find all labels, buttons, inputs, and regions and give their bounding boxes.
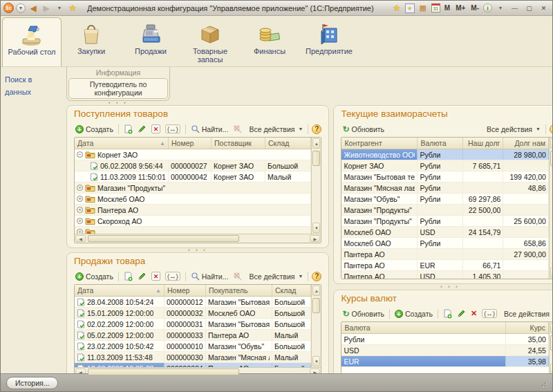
main-menu-button[interactable]: ▼ <box>16 3 26 13</box>
table-row[interactable]: 28.04.2008 10:54:24000000012Магазин "Быт… <box>75 297 311 308</box>
table-row[interactable]: Магазин "Обувь"Рубли69 297,86 <box>341 194 549 205</box>
table-cell[interactable]: Магазин "Мясная ла... <box>206 352 272 362</box>
table-cell[interactable] <box>503 194 549 204</box>
table-cell[interactable]: 22 500,00 <box>463 205 503 215</box>
table-cell[interactable]: Москлеб ОАО <box>341 238 418 248</box>
help-button[interactable]: ? <box>550 124 553 134</box>
section-desktop[interactable]: Рабочий стол <box>2 17 62 66</box>
table-cell[interactable]: Рубли <box>418 238 463 248</box>
section-enterprise[interactable]: Предприятие <box>299 17 359 66</box>
column-header[interactable]: Дата▲ <box>75 138 169 149</box>
table-row[interactable]: 11.03.2009 11:53:48000000030Магазин "Мяс… <box>75 352 311 363</box>
table-cell[interactable]: Магазин "Обувь" <box>206 341 272 351</box>
table-row[interactable]: Корнет ЗАОРубли7 685,71 <box>341 160 549 171</box>
table-cell[interactable]: Малый <box>272 330 311 340</box>
table-cell[interactable]: 25 600,00 <box>503 216 549 226</box>
table-cell[interactable]: USD <box>341 345 506 355</box>
scroll-thumb[interactable] <box>312 151 320 166</box>
table-row[interactable]: +Магазин "Продукты" <box>75 183 311 194</box>
table-cell[interactable] <box>463 216 503 226</box>
column-header[interactable]: Номер <box>169 138 212 149</box>
edit-button[interactable] <box>136 271 148 281</box>
table-row[interactable]: 15.01.2009 12:00:00000000032Москлеб ОАОБ… <box>75 308 311 319</box>
table-cell[interactable]: Корнет ЗАО <box>212 160 265 171</box>
table-row[interactable]: Пантера АОUSD1 405,30 <box>341 271 549 279</box>
table-cell[interactable] <box>503 260 549 270</box>
table-row[interactable]: −Корнет ЗАО <box>75 149 311 160</box>
copy-button[interactable] <box>122 124 134 135</box>
scroll-up-icon[interactable]: ▲ <box>312 138 320 149</box>
table-cell[interactable]: Магазин "Продукты" <box>341 205 418 215</box>
table-row[interactable]: Москлеб ОАОUSD24 154,79 <box>341 227 549 238</box>
find-button[interactable]: Найти... <box>189 124 230 134</box>
expand-icon[interactable]: + <box>77 207 83 213</box>
scroll-up-icon[interactable]: ▲ <box>550 323 553 333</box>
table-cell[interactable]: Большой <box>272 319 311 329</box>
info-button[interactable]: i <box>483 3 492 12</box>
table-cell[interactable]: 27 900,00 <box>503 249 549 259</box>
table-cell[interactable]: Большой <box>272 297 311 307</box>
table-row[interactable]: 06.02.2008 9:56:44000000027Корнет ЗАОБол… <box>75 160 311 171</box>
table-cell[interactable]: 35,00 <box>506 334 549 344</box>
table-row[interactable]: 05.02.2009 12:00:00000000033Пантера АОМа… <box>75 330 311 341</box>
section-finance[interactable]: Финансы <box>240 17 299 66</box>
find-button[interactable]: Найти... <box>189 271 230 281</box>
column-header[interactable]: Склад <box>265 138 311 149</box>
column-header[interactable]: Номер <box>165 285 206 296</box>
table-cell[interactable] <box>503 227 549 237</box>
scroll-track[interactable] <box>550 334 553 363</box>
memory-plus-button[interactable]: M+ <box>454 4 467 12</box>
table-row[interactable]: +Скороход АО <box>75 216 311 227</box>
table-cell[interactable]: 000000010 <box>165 341 206 351</box>
table-cell[interactable]: Рубли <box>418 183 463 193</box>
table-cell[interactable]: 11.03.2009 11:50:01 <box>75 171 169 182</box>
table-cell[interactable]: Магазин "Мясная лавка" <box>341 183 418 193</box>
set-interval-button[interactable]: (↔) <box>164 124 182 134</box>
table-cell[interactable]: EUR <box>341 356 506 366</box>
memory-minus-button[interactable]: M- <box>469 4 480 12</box>
table-cell[interactable]: Корнет ЗАО <box>341 160 418 171</box>
1c-logo-icon[interactable]: 1с <box>3 3 14 13</box>
tab-information[interactable]: Информация <box>68 68 168 78</box>
table-cell[interactable]: USD <box>418 271 463 279</box>
table-cell[interactable]: 06.02.2008 9:56:44 <box>75 160 169 171</box>
table-cell[interactable] <box>418 205 463 215</box>
forward-button[interactable]: ▶ <box>41 3 52 14</box>
table-row[interactable]: Москлеб ОАОРубли658,86 <box>341 238 549 249</box>
table-cell[interactable] <box>418 249 463 259</box>
scroll-left-icon[interactable]: ◀ <box>75 235 86 242</box>
scroll-track[interactable] <box>312 297 321 355</box>
table-cell[interactable]: 23.02.2009 10:50:42 <box>75 341 165 351</box>
table-cell[interactable]: Москлеб ОАО <box>341 227 418 237</box>
all-actions-button[interactable]: Все действия▼ <box>247 272 304 281</box>
column-header[interactable]: Поставщик <box>212 138 265 149</box>
scroll-track[interactable] <box>550 149 553 267</box>
scroll-thumb[interactable] <box>312 298 320 313</box>
table-cell[interactable]: 000000030 <box>165 352 206 362</box>
scroll-thumb[interactable] <box>88 235 239 242</box>
info-dropdown-caret-icon[interactable]: ▼ <box>495 3 506 14</box>
table-row[interactable]: Магазин "Продукты"Рубли25 600,00 <box>341 216 549 227</box>
table-cell[interactable]: Большой <box>272 308 311 318</box>
table-cell[interactable]: Пантера АО <box>341 260 418 270</box>
scroll-down-icon[interactable]: ▼ <box>550 364 553 374</box>
favorites-list-icon[interactable]: ★ <box>405 3 415 13</box>
table-row[interactable]: 11.03.2009 11:50:01000000042Корнет ЗАОМа… <box>75 171 311 183</box>
table-row[interactable]: + <box>75 227 311 234</box>
table-cell[interactable]: Малый <box>265 171 311 182</box>
all-actions-button[interactable]: Все действия▼ <box>247 124 304 134</box>
table-row[interactable]: +Пантера АО <box>75 205 311 216</box>
table-row[interactable]: USD24,55 <box>341 345 549 356</box>
table-cell[interactable] <box>463 249 503 259</box>
table-cell[interactable]: Пантера АО <box>341 271 418 279</box>
maximize-button[interactable]: ▢ <box>523 3 535 13</box>
vertical-scrollbar[interactable]: ▲▼ <box>311 138 321 234</box>
table-cell[interactable]: 24 154,79 <box>463 227 503 237</box>
table-row[interactable]: Пантера АОEUR66,71 <box>341 260 549 271</box>
add-favorite-icon[interactable]: ★ <box>391 3 402 14</box>
set-interval-button[interactable]: (↔) <box>164 271 182 281</box>
table-cell[interactable] <box>503 271 549 279</box>
table-cell[interactable] <box>503 205 549 215</box>
table-cell[interactable]: Корнет ЗАО <box>212 171 265 182</box>
vertical-scrollbar[interactable]: ▲▼ <box>311 285 321 367</box>
